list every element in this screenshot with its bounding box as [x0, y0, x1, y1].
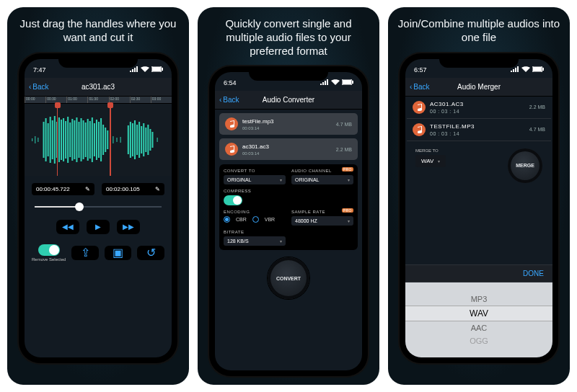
- start-time-field[interactable]: 00:00:45.722 ✎: [32, 183, 94, 195]
- picker-item-selected[interactable]: WAV: [405, 306, 552, 321]
- done-button[interactable]: DONE: [523, 270, 544, 277]
- sample-rate-select[interactable]: 48000 HZ▾: [291, 216, 353, 226]
- compress-setting: COMPRESS: [224, 189, 286, 205]
- chevron-left-icon: ‹: [219, 96, 221, 104]
- merge-to-setting: MERGE TO WAV ▾: [415, 148, 446, 167]
- convert-to-select[interactable]: ORIGINAL▾: [224, 175, 286, 184]
- value: ORIGINAL: [227, 177, 251, 182]
- share-button[interactable]: ⇪: [71, 246, 99, 260]
- svg-rect-15: [63, 118, 64, 161]
- clock: 7:47: [33, 66, 46, 74]
- label-text: SAMPLE RATE: [291, 210, 325, 214]
- encoding-setting: ENCODING CBR VBR: [224, 210, 286, 226]
- file-size: 2.2 MB: [529, 104, 545, 110]
- merge-button[interactable]: MERGE: [508, 148, 542, 183]
- svg-rect-34: [105, 128, 106, 152]
- tick: 00:00: [25, 97, 45, 103]
- back-button[interactable]: ‹ Back: [410, 83, 430, 91]
- value: ORIGINAL: [295, 177, 319, 182]
- svg-rect-3: [32, 138, 32, 141]
- svg-rect-6: [43, 122, 45, 158]
- trim-handle-start[interactable]: [57, 104, 58, 176]
- svg-rect-40: [130, 122, 131, 158]
- waveform-icon: [25, 115, 172, 165]
- svg-rect-4: [35, 136, 35, 143]
- svg-rect-42: [134, 120, 136, 159]
- file-size: 2.2 MB: [336, 147, 352, 152]
- file-meta: testFile.mp3 00:03:14: [242, 118, 336, 130]
- crop-button[interactable]: ▣: [105, 246, 132, 260]
- play-button[interactable]: ▶: [87, 220, 110, 234]
- picker-item[interactable]: MP3: [405, 293, 552, 306]
- label-text: AUDIO CHANNEL: [291, 169, 332, 173]
- svg-rect-18: [69, 122, 71, 157]
- file-row[interactable]: TESTFILE.MP3 00 : 03 : 14 4.7 MB: [407, 119, 551, 141]
- picker-item[interactable]: AAC: [405, 321, 552, 334]
- merge-to-select[interactable]: WAV ▾: [415, 155, 446, 167]
- chevron-down-icon: ▾: [280, 177, 282, 182]
- value: 128 KB/S: [227, 239, 249, 244]
- back-button[interactable]: ‹ Back: [29, 83, 49, 91]
- chevron-left-icon: ‹: [29, 83, 31, 91]
- playhead-slider[interactable]: [35, 202, 162, 211]
- screenshot-panel-1: Just drag the handles where you want and…: [7, 7, 189, 385]
- file-meta: AC301.AC3 00 : 03 : 14: [430, 101, 529, 114]
- audio-channel-select[interactable]: ORIGINAL▾: [291, 175, 353, 184]
- svg-rect-30: [96, 120, 97, 160]
- bitrate-select[interactable]: 128 KB/S▾: [224, 236, 286, 246]
- setting-label: BITRATE: [224, 230, 286, 234]
- remove-selected-toggle[interactable]: [38, 244, 60, 256]
- file-row[interactable]: AC301.AC3 00 : 03 : 14 2.2 MB: [407, 97, 551, 119]
- file-duration: 00 : 03 : 14: [430, 131, 529, 136]
- waveform-area[interactable]: [25, 104, 172, 176]
- back-label: Back: [223, 96, 239, 104]
- file-size: 4.7 MB: [529, 127, 545, 132]
- cbr-radio[interactable]: [224, 216, 230, 223]
- svg-rect-2: [162, 68, 163, 71]
- svg-rect-26: [87, 119, 89, 161]
- screen-converter: 6:54 ‹ Back Audio Converter testFile.mp3: [215, 72, 362, 370]
- headline: Just drag the handles where you want and…: [7, 7, 189, 53]
- navbar: ‹ Back Audio Converter: [215, 91, 362, 110]
- forward-button[interactable]: ▶▶: [117, 220, 140, 234]
- file-name: testFile.mp3: [242, 118, 336, 125]
- pro-badge: PRO: [342, 208, 353, 213]
- slider-thumb[interactable]: [75, 202, 84, 211]
- encoding-radios: CBR VBR: [224, 216, 286, 223]
- file-duration: 00:03:14: [242, 126, 336, 130]
- convert-button[interactable]: CONVERT: [268, 257, 309, 299]
- headline: Join/Combine multiple audios into one fi…: [388, 7, 570, 53]
- file-size: 4.7 MB: [336, 122, 352, 127]
- convert-label: CONVERT: [276, 276, 301, 281]
- svg-rect-43: [136, 125, 138, 155]
- trim-handle-end[interactable]: [110, 104, 111, 176]
- compress-toggle[interactable]: [224, 195, 242, 205]
- rewind-button[interactable]: ◀◀: [56, 220, 79, 234]
- svg-rect-46: [143, 123, 144, 156]
- setting-label: CONVERT TO: [224, 169, 286, 173]
- chevron-down-icon: ▾: [348, 218, 350, 223]
- wifi-icon: [521, 66, 530, 74]
- notch: [58, 53, 138, 68]
- chevron-down-icon: ▾: [280, 239, 282, 244]
- tick: 01:00: [66, 97, 87, 103]
- undo-button[interactable]: ↺: [137, 246, 164, 260]
- vbr-radio[interactable]: [252, 216, 259, 223]
- file-duration: 00:03:14: [242, 151, 336, 156]
- pencil-icon: ✎: [155, 186, 160, 192]
- back-label: Back: [413, 83, 429, 91]
- picker-item[interactable]: OGG: [405, 334, 552, 347]
- phone-frame: 6:57 ‹ Back Audio Merger AC301.AC3 00: [400, 53, 558, 363]
- svg-rect-54: [352, 81, 353, 84]
- file-row[interactable]: testFile.mp3 00:03:14 4.7 MB: [219, 113, 358, 135]
- svg-rect-19: [71, 119, 73, 161]
- file-row[interactable]: ac301.ac3 00:03:14 2.2 MB: [219, 138, 358, 160]
- svg-rect-35: [107, 130, 108, 149]
- screen-cutter: 7:47 ‹ Back ac301.ac3 00:00 00:30 01:00 …: [25, 59, 172, 357]
- back-button[interactable]: ‹ Back: [219, 96, 239, 104]
- format-picker[interactable]: MP3 WAV AAC OGG: [405, 282, 552, 357]
- setting-label: AUDIO CHANNELPRO: [291, 169, 353, 173]
- svg-rect-44: [138, 122, 140, 158]
- end-time-field[interactable]: 00:02:00.105 ✎: [102, 183, 164, 195]
- crop-icon: ▣: [113, 246, 123, 259]
